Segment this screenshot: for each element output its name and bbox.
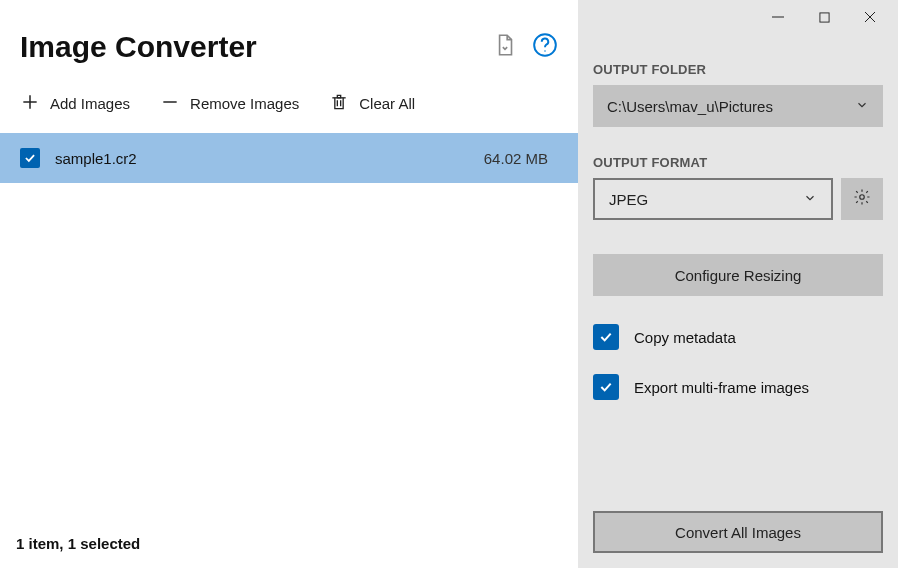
check-icon bbox=[593, 374, 619, 400]
configure-resizing-label: Configure Resizing bbox=[675, 267, 802, 284]
output-folder-label: OUTPUT FOLDER bbox=[593, 62, 883, 77]
remove-images-label: Remove Images bbox=[190, 95, 299, 112]
output-folder-select[interactable]: C:\Users\mav_u\Pictures bbox=[593, 85, 883, 127]
convert-all-button[interactable]: Convert All Images bbox=[593, 511, 883, 553]
check-icon bbox=[593, 324, 619, 350]
file-checkbox[interactable] bbox=[20, 148, 40, 168]
add-images-label: Add Images bbox=[50, 95, 130, 112]
output-folder-value: C:\Users\mav_u\Pictures bbox=[607, 98, 773, 115]
document-icon[interactable] bbox=[492, 32, 518, 62]
page-title: Image Converter bbox=[20, 30, 257, 64]
chevron-down-icon bbox=[855, 98, 869, 115]
minus-icon bbox=[160, 92, 180, 115]
minimize-button[interactable] bbox=[769, 8, 787, 26]
remove-images-button[interactable]: Remove Images bbox=[160, 92, 299, 115]
svg-point-1 bbox=[544, 50, 546, 52]
status-bar: 1 item, 1 selected bbox=[0, 523, 578, 568]
trash-icon bbox=[329, 92, 349, 115]
svg-rect-8 bbox=[819, 12, 828, 21]
file-size: 64.02 MB bbox=[484, 150, 558, 167]
svg-point-11 bbox=[860, 195, 865, 200]
gear-icon bbox=[853, 188, 871, 210]
output-format-value: JPEG bbox=[609, 191, 648, 208]
list-item[interactable]: sample1.cr2 64.02 MB bbox=[0, 133, 578, 183]
clear-all-label: Clear All bbox=[359, 95, 415, 112]
clear-all-button[interactable]: Clear All bbox=[329, 92, 415, 115]
add-images-button[interactable]: Add Images bbox=[20, 92, 130, 115]
copy-metadata-checkbox[interactable]: Copy metadata bbox=[593, 324, 883, 350]
configure-resizing-button[interactable]: Configure Resizing bbox=[593, 254, 883, 296]
chevron-down-icon bbox=[803, 191, 817, 208]
export-multiframe-label: Export multi-frame images bbox=[634, 379, 809, 396]
maximize-button[interactable] bbox=[815, 8, 833, 26]
convert-all-label: Convert All Images bbox=[675, 524, 801, 541]
file-list: sample1.cr2 64.02 MB bbox=[0, 133, 578, 523]
close-button[interactable] bbox=[861, 8, 879, 26]
output-format-select[interactable]: JPEG bbox=[593, 178, 833, 220]
export-multiframe-checkbox[interactable]: Export multi-frame images bbox=[593, 374, 883, 400]
copy-metadata-label: Copy metadata bbox=[634, 329, 736, 346]
help-icon[interactable] bbox=[532, 32, 558, 62]
plus-icon bbox=[20, 92, 40, 115]
output-format-label: OUTPUT FORMAT bbox=[593, 155, 883, 170]
file-name: sample1.cr2 bbox=[55, 150, 137, 167]
format-settings-button[interactable] bbox=[841, 178, 883, 220]
